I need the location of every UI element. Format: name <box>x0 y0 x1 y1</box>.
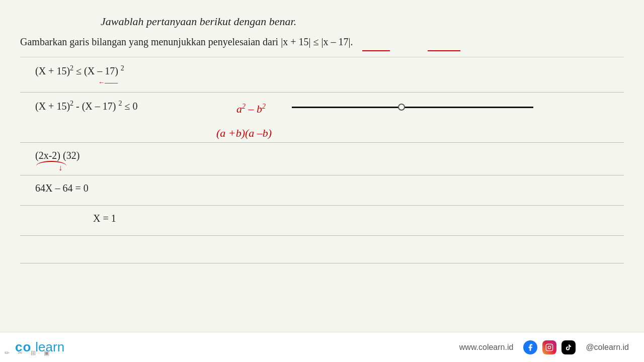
footer-right: www.colearn.id <box>459 340 629 354</box>
footer-url: www.colearn.id <box>459 343 514 352</box>
toolbar: ✏ ✂ ⊞ ▣ <box>0 348 51 358</box>
solution-row-5: X = 1 <box>20 206 624 236</box>
italic-title: Jawablah pertanyaan berikut dengan benar… <box>101 15 624 28</box>
facebook-icon[interactable] <box>523 340 537 354</box>
solution-row-empty-2 <box>20 263 624 291</box>
sol-text-3: (2x-2) (32) <box>35 150 624 161</box>
solution-row-2: (X + 15)2 - (X – 17) 2 ≤ 0 a2 – b2 (a +b… <box>20 93 624 143</box>
toolbar-icon-pencil[interactable]: ✏ <box>2 348 12 358</box>
toolbar-icon-grid[interactable]: ⊞ <box>28 348 38 358</box>
number-line-container <box>292 102 533 103</box>
number-line <box>292 107 533 108</box>
main-content: Jawablah pertanyaan berikut dengan benar… <box>0 0 644 332</box>
toolbar-icon-scissors[interactable]: ✂ <box>15 348 25 358</box>
svg-rect-0 <box>546 344 553 350</box>
annot-ab: (a +b)(a –b) <box>216 127 272 140</box>
sol-text-1: (X + 15)2 ≤ (X – 17) 2 <box>35 64 624 77</box>
solution-lines: (X + 15)2 ≤ (X – 17) 2 ←—— (X + 15)2 - (… <box>20 57 624 291</box>
footer-handle: @colearn.id <box>586 343 629 352</box>
sol-text-4: 64X – 64 = 0 <box>35 183 624 194</box>
tiktok-icon[interactable] <box>561 340 576 354</box>
footer: co learn ✏ ✂ ⊞ ▣ www.colearn.id <box>0 332 644 362</box>
svg-point-1 <box>548 346 551 348</box>
solution-row-3: (2x-2) (32) ↓ <box>20 143 624 175</box>
footer-social <box>523 340 576 354</box>
red-arrow-annotation-1: ←—— <box>98 78 118 86</box>
red-underline-1 <box>362 50 390 51</box>
instagram-icon[interactable] <box>542 340 556 354</box>
solution-row-4: 64X – 64 = 0 <box>20 175 624 206</box>
red-tick: ↓ <box>58 163 62 172</box>
question-body: Gambarkan garis bilangan yang menunjukka… <box>20 36 353 47</box>
question-text: Gambarkan garis bilangan yang menunjukka… <box>20 34 624 49</box>
red-underline-2 <box>428 50 460 51</box>
solution-row-empty-1 <box>20 236 624 263</box>
svg-point-2 <box>551 345 551 345</box>
solution-row-1: (X + 15)2 ≤ (X – 17) 2 ←—— <box>20 57 624 93</box>
toolbar-icon-box[interactable]: ▣ <box>41 348 51 358</box>
annot-a2b2: a2 – b2 <box>236 103 266 116</box>
sol-text-5: X = 1 <box>93 213 624 224</box>
question-block: Jawablah pertanyaan berikut dengan benar… <box>20 15 624 57</box>
